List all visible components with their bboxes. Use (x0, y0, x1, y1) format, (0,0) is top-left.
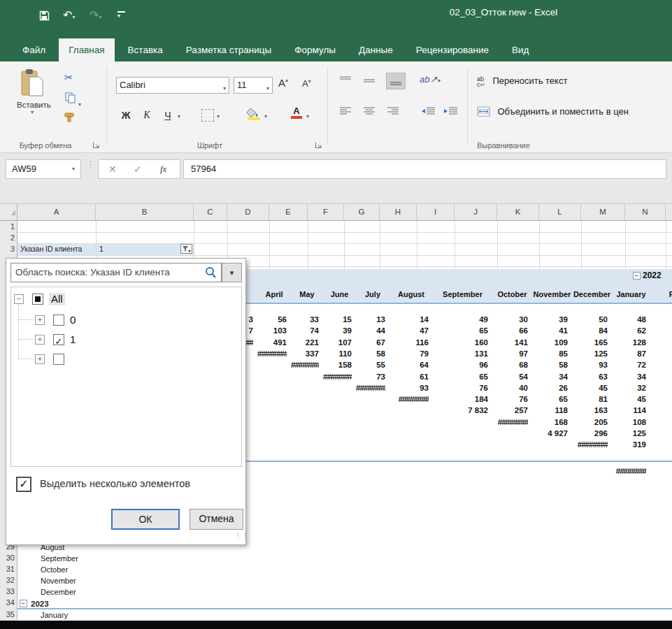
format-painter-button[interactable] (64, 112, 76, 123)
pivot-cell[interactable]: 45 (612, 393, 646, 405)
name-box[interactable]: AW59 ▾ (6, 159, 81, 179)
tab-Рецензирование[interactable]: Рецензирование (406, 38, 499, 62)
column-header-M[interactable]: M (581, 204, 625, 220)
font-color-button[interactable]: А (291, 106, 302, 119)
cancel-button[interactable]: Отмена (190, 509, 243, 530)
pivot-cell[interactable]: 337 (291, 348, 319, 359)
pivot-cell[interactable]: 76 (492, 393, 528, 405)
pivot-cell[interactable]: 4 927 (532, 428, 568, 439)
pivot-cell[interactable]: 165 (572, 337, 608, 348)
chevron-down-icon[interactable]: ▾ (78, 96, 81, 109)
pivot-cell[interactable]: 125 (612, 428, 646, 439)
formula-input[interactable]: 57964 (183, 159, 666, 179)
resize-grip[interactable]: ⋮⋮ (235, 533, 243, 543)
insert-function-icon[interactable]: fx (160, 160, 166, 178)
pivot-cell[interactable]: 221 (291, 337, 319, 348)
column-header-D[interactable]: D (227, 204, 269, 220)
filter-tree-list[interactable]: −All+0+1+ (10, 287, 242, 467)
font-name-select[interactable]: Calibri▾ (116, 77, 229, 94)
pivot-cell[interactable]: 93 (389, 382, 429, 393)
pivot-cell[interactable]: 39 (532, 314, 568, 325)
underline-button[interactable]: Ч (159, 108, 176, 123)
pivot-cell[interactable]: 26 (532, 382, 568, 393)
pivot-cell[interactable]: 118 (532, 405, 568, 416)
fill-color-button[interactable] (246, 106, 262, 120)
pivot-cell[interactable]: 163 (572, 405, 608, 416)
collapse-2022-button[interactable]: − (633, 272, 641, 280)
tab-Главная[interactable]: Главная (59, 38, 114, 62)
wrap-text-button[interactable]: abc↵ Переносить текст (477, 75, 567, 89)
cancel-icon[interactable]: ✕ (108, 160, 117, 178)
row-header-35[interactable]: 35 (0, 610, 15, 619)
redo-button[interactable]: ↷▾ (90, 9, 101, 22)
pivot-cell[interactable]: ######## (572, 439, 608, 450)
pivot-cell[interactable]: 76 (433, 382, 488, 393)
align-right-button[interactable] (386, 106, 400, 116)
pivot-cell[interactable]: 66 (492, 325, 528, 336)
pivot-cell[interactable]: 141 (492, 337, 528, 348)
pivot-column-header-January[interactable]: January (608, 288, 655, 301)
pivot-cell[interactable]: 184 (433, 393, 488, 405)
select-all-corner[interactable] (0, 204, 17, 220)
filter-item-0[interactable]: +0 (11, 314, 241, 329)
expand-button[interactable]: + (35, 354, 45, 364)
column-header-H[interactable]: H (380, 204, 417, 220)
align-center-button[interactable] (362, 106, 376, 116)
pivot-cell[interactable]: 65 (433, 325, 488, 336)
multi-select-checkbox[interactable]: ✓ (16, 477, 31, 492)
item-checkbox[interactable] (53, 354, 64, 365)
filter-row-label-cell[interactable]: Указан ID клиента (17, 243, 96, 255)
align-left-button[interactable] (338, 106, 352, 116)
pivot-cell[interactable]: 205 (572, 417, 608, 428)
pivot-cell[interactable]: 34 (612, 371, 646, 382)
pivot-cell[interactable]: 62 (612, 325, 646, 336)
pivot-cell[interactable]: 97 (492, 348, 528, 359)
pivot-cell[interactable]: 81 (572, 393, 608, 405)
pivot-cell[interactable]: 58 (532, 359, 568, 370)
pivot-column-header-September[interactable]: September (429, 288, 496, 301)
pivot-cell[interactable]: 128 (612, 337, 646, 348)
separator-dots[interactable]: ⋮ (87, 162, 94, 167)
row-header-31[interactable]: 31 (0, 565, 15, 573)
pivot-cell[interactable]: 45 (572, 382, 608, 393)
search-input[interactable]: Область поиска: Указан ID клиента (10, 263, 222, 282)
pivot-cell[interactable]: 68 (492, 359, 528, 370)
column-header-E[interactable]: E (269, 204, 308, 220)
pivot-grand-total-cell[interactable]: ######## (612, 465, 646, 477)
pivot-cell[interactable]: 49 (433, 314, 488, 325)
pivot-cell[interactable]: 40 (492, 382, 528, 393)
pivot-cell[interactable]: 74 (291, 325, 319, 336)
pivot-cell[interactable]: 103 (257, 325, 287, 336)
borders-icon[interactable] (201, 109, 214, 122)
row-header-34[interactable]: 34 (0, 598, 15, 607)
pivot-cell[interactable]: ######## (323, 371, 352, 382)
expand-button[interactable]: + (35, 335, 45, 345)
pivot-cell[interactable]: 58 (356, 348, 385, 359)
pivot-cell[interactable]: 96 (433, 359, 488, 370)
pivot-column-header-F[interactable]: F (649, 288, 672, 301)
ok-button[interactable]: ОК (111, 509, 180, 530)
pivot-cell[interactable]: 158 (323, 359, 352, 370)
undo-button[interactable]: ↶▾ (63, 9, 75, 22)
align-bottom-button[interactable] (386, 73, 406, 89)
search-dropdown-button[interactable]: ▾ (222, 263, 242, 282)
column-header-K[interactable]: K (497, 204, 539, 220)
pivot-cell[interactable]: 34 (532, 371, 568, 382)
pivot-cell[interactable]: 33 (291, 314, 319, 325)
pivot-cell[interactable]: 67 (356, 337, 385, 348)
pivot-cell[interactable]: 64 (389, 359, 429, 370)
pivot-cell[interactable]: 48 (612, 314, 646, 325)
enter-icon[interactable]: ✓ (134, 160, 142, 178)
pivot-cell[interactable]: 108 (612, 417, 646, 428)
paste-button[interactable]: Вставить ▾ (17, 68, 48, 115)
pivot-cell[interactable]: 30 (492, 314, 528, 325)
row-header-3[interactable]: 3 (0, 245, 15, 253)
expand-button[interactable]: − (14, 294, 24, 304)
row-header-33[interactable]: 33 (0, 587, 15, 595)
pivot-cell[interactable]: ######## (389, 393, 429, 405)
filter-item-1[interactable]: +1 (11, 333, 241, 349)
tab-Разметка страницы[interactable]: Разметка страницы (176, 38, 281, 62)
align-top-button[interactable] (338, 75, 352, 85)
font-size-select[interactable]: 11▾ (234, 77, 273, 94)
bold-button[interactable]: Ж (117, 108, 134, 123)
